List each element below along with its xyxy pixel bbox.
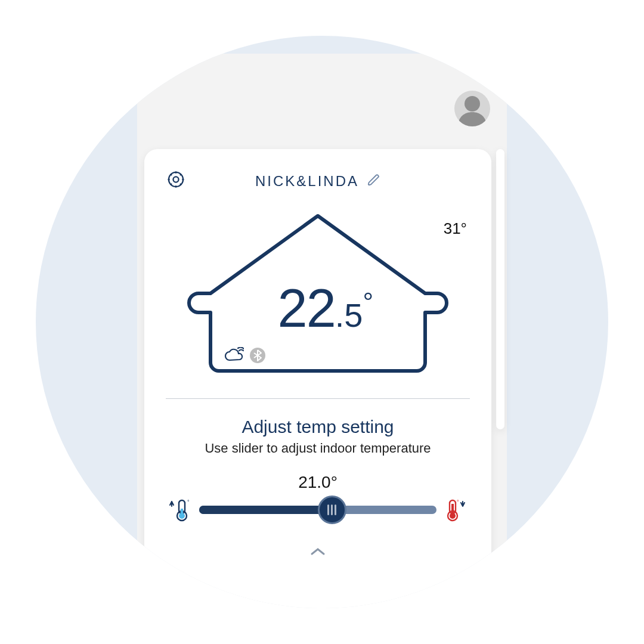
avatar[interactable] bbox=[454, 91, 490, 126]
slider-value: 21.0° bbox=[166, 473, 470, 492]
svg-text:°: ° bbox=[187, 499, 190, 505]
temperature-slider[interactable] bbox=[199, 497, 436, 523]
settings-button[interactable] bbox=[166, 169, 186, 192]
svg-rect-12 bbox=[451, 504, 454, 515]
expand-button[interactable] bbox=[166, 547, 470, 559]
divider bbox=[166, 398, 470, 399]
indoor-temperature: 22.5° bbox=[278, 281, 373, 335]
pencil-icon bbox=[367, 174, 380, 187]
slider-thumb[interactable] bbox=[318, 496, 346, 524]
thermometer-hot-icon: ° bbox=[445, 498, 466, 522]
cloud-icon bbox=[224, 347, 244, 364]
status-bar bbox=[473, 55, 487, 64]
person-icon bbox=[454, 91, 490, 126]
indoor-temp-decimal: .5 bbox=[335, 296, 363, 334]
home-name: NICK&LINDA bbox=[255, 173, 359, 190]
svg-point-2 bbox=[169, 172, 183, 187]
next-card-peek[interactable] bbox=[496, 149, 504, 429]
chevron-up-icon bbox=[310, 547, 326, 556]
svg-point-1 bbox=[173, 177, 178, 182]
adjust-title: Adjust temp setting bbox=[166, 417, 470, 437]
adjust-subtitle: Use slider to adjust indoor temperature bbox=[166, 441, 470, 456]
gear-icon bbox=[166, 169, 186, 190]
signal-icon bbox=[473, 55, 487, 64]
indoor-temp-whole: 22 bbox=[278, 278, 335, 338]
svg-rect-7 bbox=[181, 509, 183, 515]
indoor-temp-degree: ° bbox=[363, 287, 373, 317]
thermometer-cold-icon: ° bbox=[169, 498, 191, 522]
bluetooth-icon bbox=[250, 348, 265, 363]
edit-name-button[interactable] bbox=[367, 174, 380, 189]
slider-fill bbox=[199, 506, 332, 514]
svg-text:°: ° bbox=[457, 499, 459, 505]
thermostat-card: NICK&LINDA 31° 22.5° bbox=[144, 149, 491, 608]
svg-point-0 bbox=[465, 96, 480, 112]
